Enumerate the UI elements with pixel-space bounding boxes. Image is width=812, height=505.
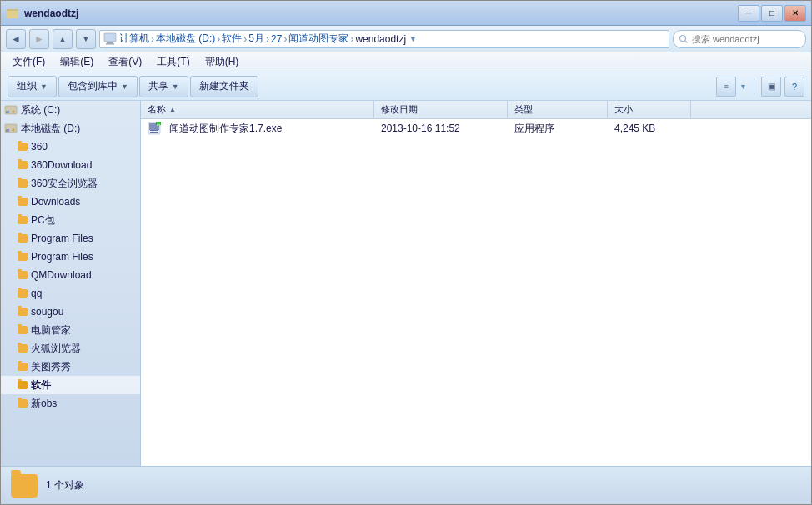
breadcrumb-part-drive[interactable]: 本地磁盘 (D:) (156, 32, 215, 46)
sidebar-item-drive-d[interactable]: 本地磁盘 (D:) (1, 119, 140, 138)
sidebar-item-360[interactable]: 360 (1, 138, 140, 156)
forward-button[interactable]: ► (29, 29, 49, 49)
folder-firefox-icon (18, 344, 28, 352)
share-button[interactable]: 共享 ▼ (139, 76, 188, 98)
organize-button[interactable]: 组织 ▼ (8, 76, 57, 98)
folder-diannaoglj-icon (18, 326, 28, 334)
status-text: 1 个对象 (46, 478, 84, 492)
svg-rect-4 (107, 42, 113, 43)
window-title: wendaodtzj (24, 8, 738, 19)
sidebar-label-programfiles1: Program Files (31, 232, 93, 244)
sidebar-item-drive-c[interactable]: 系统 (C:) (1, 101, 140, 119)
folder-programfiles2-icon (18, 252, 28, 261)
sidebar-item-newobs[interactable]: 新obs (1, 394, 140, 412)
folder-qq-icon (18, 289, 28, 298)
svg-rect-3 (104, 33, 116, 42)
sidebar-item-pc[interactable]: PC包 (1, 211, 140, 229)
menu-edit[interactable]: 编辑(E) (53, 53, 100, 71)
sidebar-label-software: 软件 (31, 378, 51, 392)
sidebar-item-programfiles2[interactable]: Program Files (1, 248, 140, 266)
sidebar-item-sougou[interactable]: sougou (1, 302, 140, 321)
maximize-button[interactable]: □ (761, 5, 783, 22)
sidebar-item-meitu[interactable]: 美图秀秀 (1, 358, 140, 376)
sidebar-label-360download: 360Download (31, 159, 92, 171)
title-bar: wendaodtzj ─ □ ✕ (1, 1, 811, 26)
menu-file[interactable]: 文件(F) (6, 53, 52, 71)
file-date-cell: 2013-10-16 11:52 (374, 119, 508, 138)
svg-text:ex: ex (157, 122, 161, 127)
col-header-type[interactable]: 类型 (508, 101, 608, 118)
sidebar-item-qq[interactable]: qq (1, 284, 140, 302)
svg-rect-2 (7, 9, 12, 11)
col-header-date[interactable]: 修改日期 (374, 101, 508, 118)
file-type: 应用程序 (514, 122, 554, 136)
breadcrumb-part-app[interactable]: 闻道动图专家 (288, 32, 348, 46)
search-input[interactable] (692, 34, 792, 44)
folder-360browser-icon (18, 179, 28, 188)
sidebar-item-360download[interactable]: 360Download (1, 156, 140, 174)
drive-c-icon (4, 104, 18, 116)
exe-file-icon: ex (148, 122, 161, 135)
sidebar-item-360browser[interactable]: 360安全浏览器 (1, 174, 140, 192)
address-bar: ◄ ► ▲ ▼ 计算机 › 本地磁盘 (D:) › 软件 › 5月 › 27 ›… (1, 26, 811, 52)
view-details-button[interactable]: ≡ (716, 77, 736, 97)
breadcrumb-part-month[interactable]: 5月 (248, 32, 264, 46)
help-button[interactable]: ? (784, 77, 804, 97)
breadcrumb-part-current[interactable]: wendaodtzj (355, 33, 406, 45)
breadcrumb-sep-2: › (217, 33, 220, 45)
menu-tools[interactable]: 工具(T) (150, 53, 196, 71)
breadcrumb-part-day[interactable]: 27 (271, 33, 282, 45)
breadcrumb-part-computer[interactable]: 计算机 (119, 32, 149, 46)
breadcrumb-bar[interactable]: 计算机 › 本地磁盘 (D:) › 软件 › 5月 › 27 › 闻道动图专家 … (99, 30, 669, 48)
preview-pane-button[interactable]: ▣ (761, 77, 781, 97)
share-dropdown-icon: ▼ (172, 82, 179, 91)
sidebar-item-qmdownload[interactable]: QMDownload (1, 266, 140, 284)
file-name-cell: ex 闻道动图制作专家1.7.exe (141, 119, 374, 138)
sidebar-item-software[interactable]: 软件 (1, 376, 140, 394)
include-library-dropdown-icon: ▼ (121, 82, 128, 91)
menu-help[interactable]: 帮助(H) (198, 53, 246, 71)
col-type-label: 类型 (514, 103, 533, 116)
svg-point-13 (13, 129, 15, 132)
svg-point-10 (13, 111, 15, 113)
back-button[interactable]: ◄ (6, 29, 26, 49)
col-header-name[interactable]: 名称 ▲ (141, 101, 374, 118)
sidebar-item-programfiles1[interactable]: Program Files (1, 229, 140, 248)
menu-view[interactable]: 查看(V) (102, 53, 148, 71)
svg-rect-16 (150, 130, 158, 131)
include-library-button[interactable]: 包含到库中 ▼ (58, 76, 138, 98)
search-box[interactable] (673, 30, 806, 48)
table-row[interactable]: ex 闻道动图制作专家1.7.exe 2013-10-16 11:52 应用程序… (141, 119, 811, 138)
folder-software-icon (18, 381, 28, 389)
file-type-cell: 应用程序 (508, 119, 608, 138)
folder-meitu-icon (18, 362, 28, 371)
svg-line-7 (685, 40, 688, 42)
drive-d-icon (4, 122, 18, 134)
sidebar-item-firefox[interactable]: 火狐浏览器 (1, 339, 140, 358)
breadcrumb-part-software[interactable]: 软件 (222, 32, 242, 46)
col-header-size[interactable]: 大小 (608, 101, 691, 118)
view-dropdown-icon[interactable]: ▼ (739, 82, 747, 91)
new-folder-button[interactable]: 新建文件夹 (190, 76, 258, 98)
folder-pc-icon (18, 216, 28, 224)
recent-locations-button[interactable]: ▼ (76, 29, 96, 49)
minimize-button[interactable]: ─ (738, 5, 759, 22)
sidebar-label-sougou: sougou (31, 306, 63, 318)
up-button[interactable]: ▲ (53, 29, 73, 49)
content-area: 系统 (C:) 本地磁盘 (D:) 360 360Download (1, 101, 811, 466)
sort-arrow-icon: ▲ (169, 106, 176, 113)
col-name-label: 名称 (148, 103, 166, 116)
organize-dropdown-icon: ▼ (40, 82, 48, 91)
sidebar: 系统 (C:) 本地磁盘 (D:) 360 360Download (1, 101, 141, 466)
folder-qmdownload-icon (18, 271, 28, 279)
col-size-label: 大小 (614, 103, 633, 116)
folder-downloads-icon (18, 198, 28, 206)
search-icon (679, 34, 689, 44)
sidebar-label-360browser: 360安全浏览器 (31, 177, 98, 191)
menu-bar: 文件(F) 编辑(E) 查看(V) 工具(T) 帮助(H) (1, 52, 811, 72)
close-button[interactable]: ✕ (784, 5, 806, 22)
sidebar-label-360: 360 (31, 141, 48, 152)
sidebar-item-diannaoglj[interactable]: 电脑管家 (1, 321, 140, 339)
breadcrumb-dropdown-icon[interactable]: ▼ (409, 35, 417, 43)
sidebar-item-downloads[interactable]: Downloads (1, 192, 140, 211)
